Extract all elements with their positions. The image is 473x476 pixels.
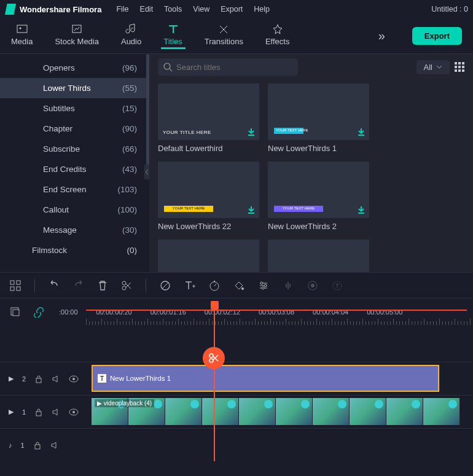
tab-transitions[interactable]: Transitions	[205, 23, 243, 49]
clip-label: New LowerThirds 1	[110, 375, 171, 382]
track-header: ♪ 1	[0, 429, 86, 461]
sidebar-item-callout[interactable]: Callout(100)	[0, 200, 149, 220]
delete-icon[interactable]	[98, 280, 108, 291]
video-frame-thumb	[313, 398, 350, 425]
menu-tools[interactable]: Tools	[164, 5, 182, 14]
svg-point-32	[72, 411, 75, 413]
grid-view-icon[interactable]	[455, 62, 464, 72]
audio-waveform-icon[interactable]	[283, 280, 294, 291]
transitions-icon	[217, 23, 230, 34]
more-tabs-icon[interactable]: »	[378, 29, 384, 43]
svg-point-18	[262, 287, 264, 289]
track-play-icon[interactable]: ▶	[9, 375, 14, 383]
gallery-item[interactable]	[268, 240, 369, 272]
svg-rect-30	[36, 412, 41, 416]
svg-rect-27	[36, 378, 41, 383]
speed-icon[interactable]	[209, 280, 220, 291]
link-icon[interactable]	[33, 306, 44, 318]
project-title: Untitled : 0	[431, 5, 468, 14]
sidebar-item-end-credits[interactable]: End Credits(43)	[0, 159, 149, 179]
sidebar-item-end-screen[interactable]: End Screen(103)	[0, 179, 149, 200]
video-frame-thumb	[202, 398, 239, 425]
svg-rect-0	[17, 25, 27, 33]
timeline-ruler[interactable]: :00:0000:00:00:2000:00:01:1600:00:02:120…	[0, 298, 473, 325]
mute-icon[interactable]	[50, 441, 59, 450]
manage-tracks-icon[interactable]	[10, 280, 21, 291]
sidebar-group-filmstock[interactable]: Filmstock (0)	[0, 240, 149, 260]
effects-icon	[272, 23, 284, 34]
lock-icon[interactable]	[33, 441, 42, 450]
ruler-range-line	[86, 310, 467, 311]
playhead-scissors-icon[interactable]	[203, 347, 225, 369]
gallery-label: Default Lowerthird	[158, 144, 259, 153]
menu-view[interactable]: View	[193, 5, 209, 14]
video-frame-thumb	[423, 398, 460, 425]
filter-dropdown[interactable]: All	[416, 60, 450, 74]
svg-line-4	[170, 69, 172, 71]
svg-point-1	[19, 28, 21, 29]
gallery-item[interactable]	[158, 240, 259, 272]
media-icon	[16, 23, 28, 34]
gallery-label: New LowerThirds 1	[268, 144, 369, 153]
download-icon[interactable]	[357, 206, 366, 214]
sidebar-scrollbar[interactable]	[146, 54, 149, 177]
sidebar-collapse-handle[interactable]	[144, 165, 149, 179]
menu-export[interactable]: Export	[221, 5, 243, 14]
svg-line-12	[162, 283, 168, 289]
tab-titles[interactable]: Titles	[163, 23, 182, 49]
keyframe-icon[interactable]: T	[332, 280, 343, 291]
lock-icon[interactable]	[34, 375, 43, 383]
add-marker-icon[interactable]	[10, 306, 21, 318]
sidebar-item-openers[interactable]: Openers(96)	[0, 58, 149, 78]
split-icon[interactable]	[121, 280, 132, 291]
export-button[interactable]: Export	[412, 27, 462, 45]
sidebar-item-lower-thirds[interactable]: Lower Thirds(55)	[0, 78, 149, 98]
text-add-icon[interactable]	[184, 280, 195, 291]
tab-audio[interactable]: Audio	[121, 23, 141, 49]
svg-rect-33	[35, 445, 40, 449]
tab-effects[interactable]: Effects	[265, 23, 290, 49]
search-input[interactable]	[158, 58, 298, 76]
sidebar-item-message[interactable]: Message(30)	[0, 220, 149, 240]
svg-point-3	[164, 63, 170, 69]
gallery-label: New LowerThirds 22	[158, 222, 259, 231]
tab-stock[interactable]: Stock Media	[55, 23, 99, 49]
sidebar-item-subtitles[interactable]: Subtitles(15)	[0, 98, 149, 119]
title-clip[interactable]: T New LowerThirds 1	[92, 365, 439, 392]
svg-point-25	[209, 354, 213, 357]
menu-help[interactable]: Help	[254, 5, 270, 14]
menu-file[interactable]: File	[116, 5, 128, 14]
track-play-icon[interactable]: ▶	[9, 408, 14, 416]
tab-media[interactable]: Media	[11, 23, 33, 49]
gallery-item[interactable]: YOUR TEXT HERENew LowerThirds 2	[268, 162, 369, 231]
crop-icon[interactable]	[160, 280, 171, 291]
gallery-item[interactable]: YOUR TEXT HERENew LowerThirds 1	[268, 84, 369, 153]
mute-icon[interactable]	[52, 375, 60, 383]
lock-icon[interactable]	[34, 408, 43, 416]
menu-edit[interactable]: Edit	[140, 5, 154, 14]
playhead-handle[interactable]	[211, 301, 219, 310]
adjust-icon[interactable]	[258, 280, 269, 291]
download-icon[interactable]	[247, 128, 256, 136]
download-icon[interactable]	[357, 128, 366, 136]
track-index: 1	[21, 442, 25, 449]
visibility-icon[interactable]	[69, 408, 79, 416]
svg-point-16	[260, 282, 263, 284]
track-audio-icon[interactable]: ♪	[9, 442, 12, 449]
record-icon[interactable]	[307, 280, 318, 291]
thumbnail: YOUR TITLE HERE	[158, 84, 259, 140]
sidebar-item-subscribe[interactable]: Subscribe(66)	[0, 139, 149, 159]
redo-icon[interactable]	[73, 280, 84, 291]
download-icon[interactable]	[247, 206, 256, 214]
visibility-icon[interactable]	[69, 375, 79, 383]
color-icon[interactable]	[233, 280, 244, 291]
playhead-line[interactable]	[214, 325, 215, 461]
mute-icon[interactable]	[52, 408, 60, 416]
gallery-item[interactable]: YOUR TEXT HERENew LowerThirds 22	[158, 162, 259, 231]
video-frame-thumb	[239, 398, 276, 425]
timeline-tracks: ▶ 2 T New LowerThirds 1 ▶ 1 ▶ videoplayb…	[0, 325, 473, 461]
clip-label: ▶ videoplayback (4)	[95, 399, 154, 407]
undo-icon[interactable]	[49, 280, 60, 291]
sidebar-item-chapter[interactable]: Chapter(90)	[0, 119, 149, 139]
gallery-item[interactable]: YOUR TITLE HEREDefault Lowerthird	[158, 84, 259, 153]
